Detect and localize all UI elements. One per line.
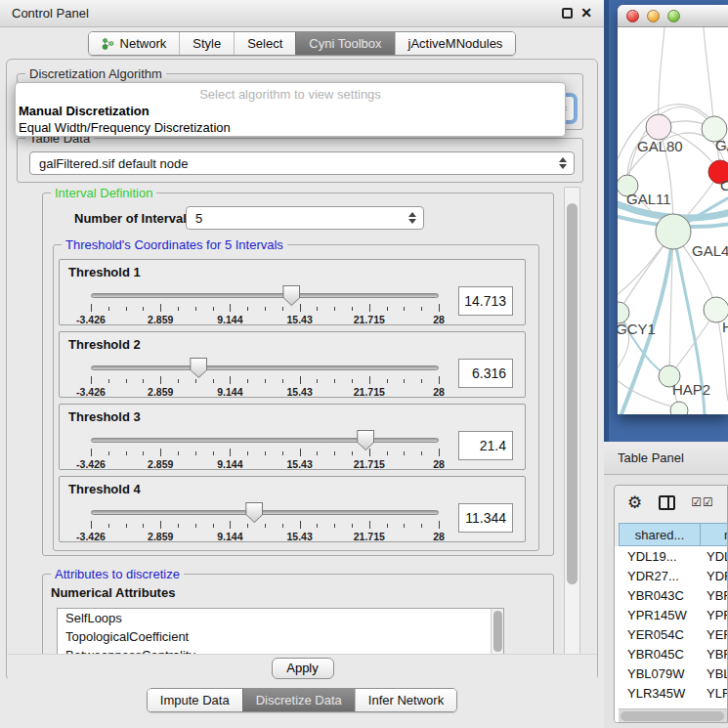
slider-track[interactable] [91, 365, 439, 370]
table-data-value: galFiltered.sif default node [39, 156, 188, 171]
scrollbar-thumb[interactable] [493, 611, 502, 652]
right-panel: GAL80 GA C GAL11 GAL4 GCY1 H HAP2 Table … [604, 0, 728, 728]
scrollbar-thumb[interactable] [567, 203, 578, 584]
threshold-1-slider[interactable]: -3.426 2.859 9.144 15.43 21.715 28 [91, 289, 439, 324]
zoom-traffic-light-icon[interactable] [667, 10, 680, 22]
table-toolbar: ⚙ ☑☑ [615, 486, 727, 519]
float-window-icon[interactable] [562, 8, 573, 19]
tab-select[interactable]: Select [234, 32, 295, 55]
combo-arrows-icon [407, 211, 416, 225]
threshold-3-value-field[interactable]: 21.4 [458, 431, 513, 460]
threshold-2-box: Threshold 2 -3.426 2.859 9.144 15.43 21.… [59, 331, 526, 398]
close-traffic-light-icon[interactable] [626, 10, 639, 22]
node-label: GAL4 [692, 242, 728, 259]
slider-track[interactable] [91, 293, 439, 298]
slider-scale-labels: -3.426 2.859 9.144 15.43 21.715 28 [91, 386, 439, 398]
number-of-intervals-value: 5 [195, 211, 202, 226]
list-item[interactable]: SelfLoops [58, 609, 503, 627]
checkbox-pair-icon[interactable]: ☑☑ [691, 495, 714, 509]
apply-row: Apply [8, 654, 597, 681]
threshold-1-label: Threshold 1 [68, 265, 141, 279]
table-panel-header: Table Panel [604, 442, 728, 475]
node-label: GA [715, 137, 728, 153]
thresholds-group-title: Threshold's Coordinates for 5 Intervals [62, 237, 287, 252]
algorithm-option-manual[interactable]: Manual Discretization [16, 103, 565, 119]
table-row[interactable]: YBL079W YBL0 [615, 664, 728, 683]
tab-cyni-toolbox[interactable]: Cyni Toolbox [295, 32, 394, 55]
slider-thumb[interactable] [282, 285, 300, 306]
tab-impute-data[interactable]: Impute Data [148, 689, 242, 711]
tab-cyni-toolbox-label: Cyni Toolbox [309, 36, 381, 51]
tab-jactivemnodules[interactable]: jActiveMNodules [395, 32, 516, 55]
table-row[interactable]: YER054C YER0 [615, 624, 728, 644]
list-item[interactable]: TopologicalCoefficient [58, 627, 503, 646]
threshold-3-label: Threshold 3 [68, 409, 141, 424]
tab-network[interactable]: Network [89, 32, 180, 55]
node-label: H [722, 319, 728, 335]
tab-infer-network[interactable]: Infer Network [355, 689, 456, 711]
node-bottom[interactable] [670, 402, 688, 414]
panel-vertical-scrollbar[interactable] [564, 187, 580, 656]
threshold-3-slider[interactable]: -3.426 2.859 9.144 15.43 21.715 28 [91, 434, 439, 469]
tab-discretize-data[interactable]: Discretize Data [242, 689, 355, 711]
table-row[interactable]: YPR145W YPR1 [615, 605, 728, 624]
number-of-intervals-label: Number of Intervals [74, 211, 193, 226]
threshold-4-slider[interactable]: -3.426 2.859 9.144 15.43 21.715 28 [91, 506, 439, 541]
tab-discretize-data-label: Discretize Data [256, 693, 342, 707]
tab-jactivemnodules-label: jActiveMNodules [408, 36, 503, 51]
table-row[interactable]: YBR045C YBR0 [615, 644, 728, 664]
slider-ticks [91, 304, 439, 313]
tab-style[interactable]: Style [179, 32, 234, 55]
minimize-traffic-light-icon[interactable] [647, 10, 660, 22]
table-data-combobox[interactable]: galFiltered.sif default node [29, 151, 575, 175]
slider-scale-labels: -3.426 2.859 9.144 15.43 21.715 28 [91, 458, 439, 470]
node-gal4[interactable] [656, 214, 691, 249]
numerical-attributes-list[interactable]: SelfLoops TopologicalCoefficient Between… [57, 608, 504, 657]
table-row[interactable]: YLR345W YLR3 [615, 683, 728, 703]
scrollbar-thumb[interactable] [621, 711, 724, 721]
algorithm-option-equal-width[interactable]: Equal Width/Frequency Discretization [16, 119, 565, 136]
threshold-1-value-field[interactable]: 14.713 [458, 286, 513, 316]
slider-thumb[interactable] [245, 502, 263, 523]
tab-select-label: Select [247, 36, 282, 51]
slider-scale-labels: -3.426 2.859 9.144 15.43 21.715 28 [91, 314, 439, 325]
table-horizontal-scrollbar[interactable] [619, 708, 728, 722]
attributes-list-scrollbar[interactable] [491, 609, 503, 656]
column-header-shared-name[interactable]: shared... [619, 523, 701, 546]
slider-thumb[interactable] [190, 358, 207, 378]
network-desktop-area: GAL80 GA C GAL11 GAL4 GCY1 H HAP2 [604, 0, 728, 442]
network-canvas[interactable]: GAL80 GA C GAL11 GAL4 GCY1 H HAP2 [618, 27, 728, 414]
tab-infer-network-label: Infer Network [368, 693, 444, 707]
apply-button[interactable]: Apply [272, 658, 334, 679]
threshold-2-label: Threshold 2 [68, 337, 141, 352]
cyni-toolbox-panel: Discretization Algorithm Select algorith… [6, 59, 598, 681]
algorithm-dropdown-popup: Select algorithm to view settings Manual… [15, 82, 566, 137]
close-icon[interactable]: ✕ [580, 8, 592, 19]
column-header-name[interactable]: na [701, 523, 728, 546]
table-data-group: Table Data galFiltered.sif default node [17, 138, 583, 183]
table-panel-container: ⚙ ☑☑ shared... na YDL19... YDL1 YDR27...… [614, 485, 728, 723]
control-panel-titlebar: Control Panel ✕ [0, 0, 604, 27]
node-gal80[interactable] [646, 114, 671, 140]
algorithm-placeholder-option[interactable]: Select algorithm to view settings [16, 83, 565, 103]
slider-track[interactable] [91, 438, 439, 443]
threshold-2-value-field[interactable]: 6.316 [458, 359, 513, 388]
table-row[interactable]: YBR043C YBR0 [615, 585, 728, 605]
interval-definition-group: Interval Definition Number of Intervals … [42, 193, 554, 556]
network-view-window: GAL80 GA C GAL11 GAL4 GCY1 H HAP2 [618, 5, 728, 414]
threshold-3-box: Threshold 3 -3.426 2.859 9.144 15.43 21.… [59, 404, 526, 470]
number-of-intervals-combobox[interactable]: 5 [186, 206, 424, 230]
threshold-4-box: Threshold 4 -3.426 2.859 9.144 15.43 21.… [59, 476, 526, 542]
tab-network-label: Network [120, 36, 167, 51]
slider-thumb[interactable] [357, 430, 374, 450]
columns-icon[interactable] [659, 495, 675, 510]
slider-track[interactable] [91, 510, 439, 515]
gear-icon[interactable]: ⚙ [627, 492, 642, 513]
table-row[interactable]: YDL19... YDL1 [615, 546, 728, 566]
threshold-2-slider[interactable]: -3.426 2.859 9.144 15.43 21.715 28 [91, 362, 439, 397]
network-icon [102, 37, 114, 50]
node-label: GCY1 [618, 321, 656, 337]
discretization-algorithm-title: Discretization Algorithm [25, 66, 166, 81]
threshold-4-value-field[interactable]: 11.344 [458, 503, 513, 533]
table-row[interactable]: YDR27... YDR2 [615, 566, 728, 585]
